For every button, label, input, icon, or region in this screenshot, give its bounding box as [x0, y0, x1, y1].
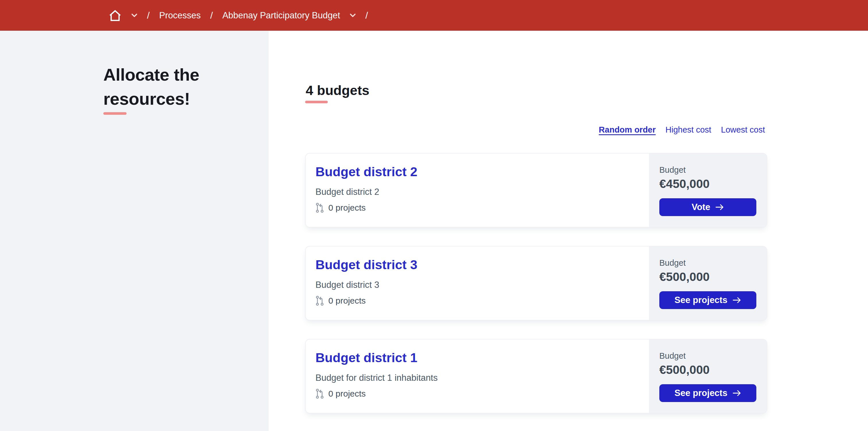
projects-icon [315, 202, 324, 213]
main-content: 4 budgets Random order Highest cost Lowe… [269, 31, 868, 431]
chevron-down-icon [131, 13, 137, 18]
budget-card-description: Budget for district 1 inhabitants [315, 372, 638, 384]
chevron-down-icon [350, 13, 356, 18]
budget-amount: €500,000 [659, 363, 756, 377]
see-projects-button-label: See projects [675, 295, 727, 305]
arrow-right-icon [715, 204, 724, 211]
sort-option-random-order[interactable]: Random order [599, 125, 656, 134]
see-projects-button[interactable]: See projects [659, 384, 756, 402]
projects-count-label: 0 projects [329, 389, 366, 399]
budget-card-description: Budget district 2 [315, 186, 638, 198]
home-dropdown-button[interactable] [131, 13, 137, 18]
budget-card-title-link[interactable]: Budget district 2 [315, 164, 417, 179]
budget-card-title-link[interactable]: Budget district 1 [315, 350, 417, 365]
sort-options: Random order Highest cost Lowest cost [305, 125, 767, 134]
budget-card: Budget district 3 Budget district 3 0 pr… [305, 246, 767, 320]
projects-icon [315, 295, 324, 306]
budget-card-title: Budget district 2 [315, 164, 638, 180]
page-title: Allocate the resources! [103, 63, 241, 111]
page: / Processes / Abbenay Participatory Budg… [0, 0, 868, 431]
sort-option-lowest-cost[interactable]: Lowest cost [721, 125, 765, 134]
budget-card-title: Budget district 1 [315, 350, 638, 366]
heading-underline [305, 101, 328, 103]
see-projects-button-label: See projects [675, 388, 727, 398]
budget-amount: €500,000 [659, 270, 756, 284]
budget-card-list: Budget district 2 Budget district 2 0 pr… [305, 153, 767, 413]
breadcrumb: / Processes / Abbenay Participatory Budg… [108, 9, 368, 22]
budget-panel: Budget €450,000 Vote [649, 154, 767, 227]
projects-count-row: 0 projects [315, 202, 638, 213]
budgets-count-heading: 4 budgets [306, 82, 767, 98]
home-icon [108, 9, 122, 22]
budget-card-body: Budget district 1 Budget for district 1 … [306, 339, 649, 413]
budget-label: Budget [659, 351, 756, 361]
projects-icon [315, 388, 324, 399]
breadcrumb-item-abbenay-participatory-budget[interactable]: Abbenay Participatory Budget [222, 10, 340, 21]
title-underline [103, 112, 127, 115]
sidebar: Allocate the resources! [0, 31, 269, 431]
projects-count-row: 0 projects [315, 388, 638, 399]
budget-label: Budget [659, 258, 756, 268]
budget-card: Budget district 2 Budget district 2 0 pr… [305, 153, 767, 227]
process-dropdown-button[interactable] [350, 13, 356, 18]
budget-label: Budget [659, 165, 756, 175]
projects-count-row: 0 projects [315, 295, 638, 306]
budget-panel: Budget €500,000 See projects [649, 339, 767, 413]
budget-card-title: Budget district 3 [315, 257, 638, 273]
breadcrumb-bar: / Processes / Abbenay Participatory Budg… [0, 0, 868, 31]
sort-option-highest-cost[interactable]: Highest cost [665, 125, 711, 134]
vote-button[interactable]: Vote [659, 198, 756, 216]
see-projects-button[interactable]: See projects [659, 291, 756, 309]
budget-card-title-link[interactable]: Budget district 3 [315, 257, 417, 272]
vote-button-label: Vote [692, 202, 710, 212]
budget-card: Budget district 1 Budget for district 1 … [305, 339, 767, 413]
projects-count-label: 0 projects [329, 203, 366, 213]
budget-card-body: Budget district 2 Budget district 2 0 pr… [306, 154, 649, 227]
breadcrumb-separator: / [210, 10, 213, 21]
budget-card-description: Budget district 3 [315, 279, 638, 291]
arrow-right-icon [733, 390, 741, 397]
budget-panel: Budget €500,000 See projects [649, 246, 767, 320]
budgets-section: 4 budgets Random order Highest cost Lowe… [305, 82, 767, 413]
projects-count-label: 0 projects [329, 296, 366, 306]
budget-card-body: Budget district 3 Budget district 3 0 pr… [306, 246, 649, 320]
budget-amount: €450,000 [659, 177, 756, 191]
breadcrumb-separator: / [365, 10, 368, 21]
arrow-right-icon [733, 297, 741, 304]
breadcrumb-item-processes[interactable]: Processes [159, 10, 200, 21]
home-link[interactable] [108, 9, 122, 22]
breadcrumb-separator: / [147, 10, 150, 21]
